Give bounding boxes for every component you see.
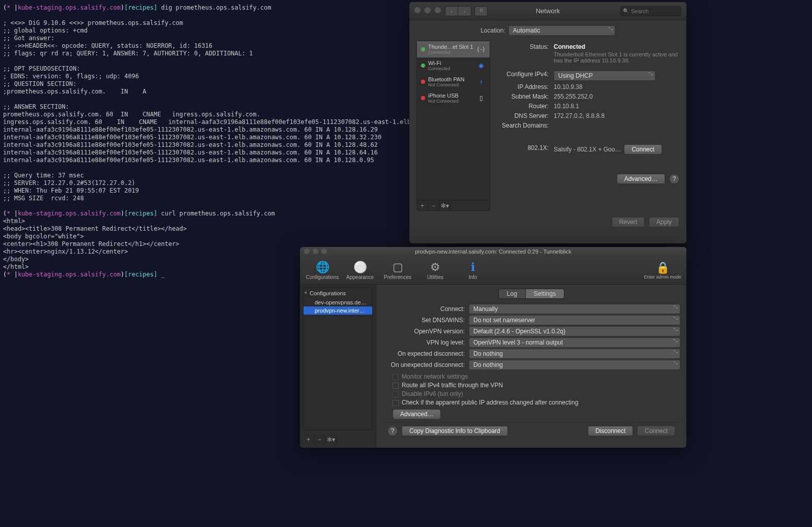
setting-select-2[interactable]: Default (2.4.6 - OpenSSL v1.0.2q) xyxy=(469,326,680,336)
dns-server: 172.27.0.2, 8.8.8.8 xyxy=(554,112,679,119)
status-dot-red-icon xyxy=(421,80,425,84)
dot1x-value: Salsify - 802.1X + Goo… xyxy=(554,146,621,153)
configure-ipv4-select[interactable]: Using DHCP xyxy=(554,71,655,81)
tab-info[interactable]: ℹInfo xyxy=(456,260,490,280)
network-window: ‹ › ⠿ Network Search Location: Automatic… xyxy=(409,2,686,243)
setting-select-3[interactable]: OpenVPN level 3 - normal output xyxy=(469,337,680,348)
subnet-mask: 255.255.252.0 xyxy=(554,93,679,100)
checkbox-0 xyxy=(393,374,399,380)
setting-label: Connect: xyxy=(382,305,469,313)
interface-item-bluetooth[interactable]: Bluetooth PANNot Connected ᚼ xyxy=(417,74,490,90)
checkbox-1[interactable] xyxy=(393,383,399,389)
tunnelblick-titlebar: prodvpn-new.internal.salsify.com: Connec… xyxy=(300,247,686,256)
lock-icon: 🔒 xyxy=(644,261,681,274)
tab-settings[interactable]: Settings xyxy=(526,289,564,299)
show-all-button[interactable]: ⠿ xyxy=(474,6,488,16)
setting-select-4[interactable]: Do nothing xyxy=(469,349,680,359)
location-label: Location: xyxy=(480,27,505,34)
minimize-icon[interactable] xyxy=(313,249,318,254)
config-header[interactable]: Configurations xyxy=(304,288,372,298)
prompt-dir-open: [ xyxy=(124,4,128,11)
apply-button[interactable]: Apply xyxy=(649,217,679,227)
tunnelblick-window: prodvpn-new.internal.salsify.com: Connec… xyxy=(300,247,686,448)
copy-diagnostic-button[interactable]: Copy Diagnostic Info to Clipboard xyxy=(402,426,508,436)
setting-label: VPN log level: xyxy=(382,339,469,346)
add-config-button[interactable]: + xyxy=(303,435,314,445)
prompt-star: * xyxy=(7,4,14,11)
terminal-output1: ; <<>> DiG 9.10.6 <<>> prometheus.ops.sa… xyxy=(3,19,466,202)
search-input[interactable]: Search xyxy=(620,6,681,16)
admin-mode-button[interactable]: 🔒Enter admin mode xyxy=(644,261,681,280)
zoom-icon[interactable] xyxy=(435,7,441,13)
setting-label: OpenVPN version: xyxy=(382,328,469,335)
tab-log[interactable]: Log xyxy=(498,289,526,299)
checkbox-label: Check if the apparent public IP address … xyxy=(402,399,578,406)
minimize-icon[interactable] xyxy=(425,7,431,13)
tunnelblick-title: prodvpn-new.internal.salsify.com: Connec… xyxy=(415,249,571,255)
tunnel-advanced-button[interactable]: Advanced… xyxy=(393,409,441,419)
setting-select-1[interactable]: Do not set nameserver xyxy=(469,315,680,325)
config-gear-button[interactable]: ✻▾ xyxy=(325,435,337,445)
ethernet-icon: ⟨··⟩ xyxy=(476,46,486,53)
traffic-lights[interactable] xyxy=(414,7,441,13)
tab-utilities[interactable]: ⚙Utilities xyxy=(418,260,453,280)
tab-preferences[interactable]: ▢Preferences xyxy=(380,260,415,280)
setting-select-0[interactable]: Manually xyxy=(469,304,680,314)
forward-button[interactable]: › xyxy=(458,6,471,16)
setting-label: Set DNS/WINS: xyxy=(382,317,469,324)
interface-item-thunderbolt[interactable]: Thunde…et Slot 1Connected ⟨··⟩ xyxy=(417,41,490,57)
checkbox-3[interactable] xyxy=(393,400,399,406)
status-desc: Thunderbolt Ethernet Slot 1 is currently… xyxy=(554,51,679,64)
back-button[interactable]: ‹ xyxy=(445,6,458,16)
info-icon: ℹ xyxy=(471,260,475,274)
wifi-icon: ◉ xyxy=(476,62,486,69)
status-dot-green-icon xyxy=(421,64,425,68)
remove-interface-button[interactable]: − xyxy=(428,201,439,211)
checkbox-2 xyxy=(393,391,399,397)
phone-icon: ▯ xyxy=(476,95,486,102)
help-icon[interactable]: ? xyxy=(387,426,398,436)
revert-button[interactable]: Revert xyxy=(612,217,645,227)
checkbox-label: Disable IPv6 (tun only) xyxy=(402,390,463,397)
setting-select-5[interactable]: Do nothing xyxy=(469,360,680,370)
terminal-cmd1: dig prometheus.ops.salsify.com xyxy=(158,4,272,11)
location-select[interactable]: Automatic xyxy=(508,25,615,36)
zoom-icon[interactable] xyxy=(321,249,327,254)
disconnect-button[interactable]: Disconnect xyxy=(588,426,633,436)
status-dot-green-icon xyxy=(421,47,425,51)
config-tree: Configurations dev-openvpnas.de… prodvpn… xyxy=(303,288,373,430)
dot1x-connect-button[interactable]: Connect xyxy=(624,144,662,154)
gear-icon: ⚙ xyxy=(430,260,440,274)
router: 10.10.8.1 xyxy=(554,103,679,110)
preferences-icon: ▢ xyxy=(393,260,403,274)
appearance-icon: ⚪ xyxy=(353,260,367,274)
bluetooth-icon: ᚼ xyxy=(476,78,486,85)
window-title: Network xyxy=(536,7,560,15)
interfaces-list: Thunde…et Slot 1Connected ⟨··⟩ Wi-FiConn… xyxy=(416,41,490,211)
status-value: Connected xyxy=(554,43,585,50)
setting-label: On expected disconnect: xyxy=(382,350,469,357)
interface-item-iphone[interactable]: iPhone USBNot Connected ▯ xyxy=(417,90,490,106)
close-icon[interactable] xyxy=(304,249,310,254)
terminal-output2: <html> <head><title>308 Permanent Redire… xyxy=(3,218,187,270)
terminal-cursor: _ xyxy=(158,271,165,278)
tab-appearance[interactable]: ⚪Appearance xyxy=(343,260,377,280)
globe-icon: 🌐 xyxy=(316,260,329,274)
interface-item-wifi[interactable]: Wi-FiConnected ◉ xyxy=(417,57,490,74)
ip-address: 10.10.9.38 xyxy=(554,83,679,90)
network-toolbar: ‹ › ⠿ Network Search xyxy=(409,2,686,20)
setting-label: On unexpected disconnect: xyxy=(382,361,469,368)
tab-configurations[interactable]: 🌐Configurations xyxy=(305,260,340,280)
help-icon[interactable]: ? xyxy=(669,174,679,184)
traffic-lights[interactable] xyxy=(304,249,327,254)
checkbox-label: Route all IPv4 traffic through the VPN xyxy=(402,382,503,389)
advanced-button[interactable]: Advanced… xyxy=(617,174,665,184)
prompt-dir: recipes xyxy=(128,4,154,11)
config-item-dev[interactable]: dev-openvpnas.de… xyxy=(304,298,372,306)
add-interface-button[interactable]: + xyxy=(417,201,428,211)
close-icon[interactable] xyxy=(414,7,420,13)
remove-config-button[interactable]: − xyxy=(314,435,325,445)
interface-gear-button[interactable]: ✻▾ xyxy=(439,201,450,211)
config-item-prodvpn[interactable]: prodvpn-new.inter… xyxy=(304,306,372,315)
connect-button[interactable]: Connect xyxy=(637,426,675,436)
